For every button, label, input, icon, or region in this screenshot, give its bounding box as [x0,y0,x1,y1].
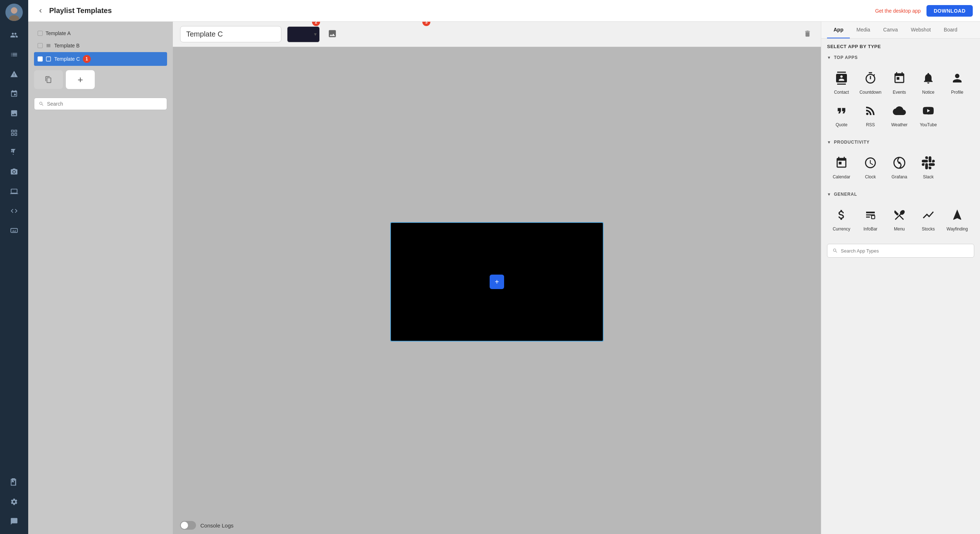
tab-media[interactable]: Media [850,22,877,38]
app-item-grafana[interactable]: Grafana [885,150,914,183]
section-header-general[interactable]: ▼ GENERAL [821,189,980,200]
desktop-app-link[interactable]: Get the desktop app [875,8,921,14]
app-item-rss[interactable]: RSS [856,99,885,131]
stocks-icon [920,206,937,223]
tab-app[interactable]: App [827,22,850,38]
template-checkbox-b[interactable] [38,43,43,48]
app-label-notice: Notice [922,90,934,95]
sidebar-item-monitor[interactable] [0,182,28,201]
search-icon [39,101,44,107]
tab-board[interactable]: Board [937,22,964,38]
app-item-slack[interactable]: Slack [914,150,943,183]
sidebar-item-grid[interactable] [0,124,28,142]
app-item-events[interactable]: Events [885,66,914,99]
add-zone-button[interactable]: + [490,274,504,289]
right-panel: App Media Canva Webshot Board SELECT APP… [821,22,980,534]
template-item-b[interactable]: Template B [34,40,167,51]
app-label-weather: Weather [891,122,907,128]
image-button[interactable] [325,27,339,41]
delete-button[interactable] [801,27,814,41]
section-label-productivity: PRODUCTIVITY [834,140,870,145]
search-app-types-input[interactable] [841,248,969,253]
section-label-top-apps: TOP APPS [834,55,858,60]
app-item-notice[interactable]: Notice [914,66,943,99]
template-name-input[interactable] [180,26,282,42]
top-apps-grid: Contact Countdown Events [821,63,980,137]
template-label-b: Template B [54,43,80,48]
app-label-quote: Quote [836,122,848,128]
app-label-events: Events [893,90,906,95]
template-search-input[interactable] [47,101,162,107]
badge-3: 3 [422,22,430,26]
svg-rect-6 [46,57,51,61]
duplicate-button[interactable] [34,70,63,89]
app-item-contact[interactable]: Contact [827,66,856,99]
slack-icon [920,154,937,172]
console-logs-label: Console Logs [200,523,234,529]
topbar-right: Get the desktop app DOWNLOAD [875,5,973,17]
sidebar-item-people[interactable] [0,26,28,44]
app-item-wayfinding[interactable]: Wayfinding [943,202,972,235]
app-item-weather[interactable]: Weather [885,99,914,131]
sidebar-item-camera[interactable] [0,163,28,181]
color-picker-button[interactable]: ▼ [287,26,320,42]
tab-webshot[interactable]: Webshot [904,22,937,38]
template-checkbox-a[interactable] [38,31,43,36]
general-apps-grid: Currency InfoBar Menu [821,200,980,241]
infobar-icon [862,206,879,223]
section-header-productivity[interactable]: ▼ PRODUCTIVITY [821,137,980,148]
add-template-button[interactable]: + [66,70,95,89]
svg-point-8 [898,162,900,164]
sidebar-item-rocket[interactable] [0,143,28,161]
app-item-infobar[interactable]: InfoBar [856,202,885,235]
svg-point-1 [11,7,18,14]
app-label-contact: Contact [834,90,849,95]
app-item-calendar[interactable]: Calendar [827,150,856,183]
sidebar-item-list[interactable] [0,46,28,64]
tab-canva[interactable]: Canva [877,22,904,38]
section-header-top-apps[interactable]: ▼ TOP APPS [821,52,980,63]
toggle-knob [181,522,188,529]
console-logs-toggle[interactable] [180,521,196,530]
console-logs-row: Console Logs [173,516,821,534]
template-search-box [34,98,167,110]
preview-area: + [173,47,821,516]
app-item-profile[interactable]: Profile [943,66,972,99]
events-icon [891,70,908,87]
app-label-profile: Profile [951,90,963,95]
app-item-quote[interactable]: Quote [827,99,856,131]
svg-rect-9 [872,216,875,219]
app-item-stocks[interactable]: Stocks [914,202,943,235]
sidebar-item-cube[interactable] [0,84,28,103]
productivity-apps-grid: Calendar Clock Grafana [821,148,980,189]
grafana-icon [891,154,908,172]
app-label-clock: Clock [865,174,876,179]
avatar[interactable] [5,4,23,21]
youtube-icon [920,102,937,120]
back-button[interactable] [35,6,46,16]
app-item-youtube[interactable]: YouTube [914,99,943,131]
sidebar-item-ad[interactable]: Ad [0,222,28,239]
section-arrow-top-apps: ▼ [827,55,831,60]
app-item-menu[interactable]: Menu [885,202,914,235]
sidebar-item-book[interactable] [0,473,28,491]
sidebar-item-chat[interactable] [0,512,28,530]
template-checkbox-c[interactable] [38,56,43,62]
sidebar-item-warning[interactable] [0,65,28,83]
calendar-icon [833,154,850,172]
template-actions: + [34,70,167,89]
search-app-types-icon [832,248,838,253]
sidebar-item-image[interactable] [0,104,28,122]
template-item-a[interactable]: Template A [34,27,167,39]
template-item-c[interactable]: Template C 1 [34,52,167,66]
sidebar-item-code[interactable] [0,202,28,220]
select-app-header: SELECT APP BY TYPE [821,39,980,52]
image-icon [328,29,337,38]
app-item-currency[interactable]: Currency [827,202,856,235]
badge-2: 2 [312,22,320,26]
download-button[interactable]: DOWNLOAD [926,5,973,17]
app-item-countdown[interactable]: Countdown [856,66,885,99]
app-label-currency: Currency [833,226,851,231]
app-item-clock[interactable]: Clock [856,150,885,183]
sidebar-item-settings[interactable] [0,493,28,511]
